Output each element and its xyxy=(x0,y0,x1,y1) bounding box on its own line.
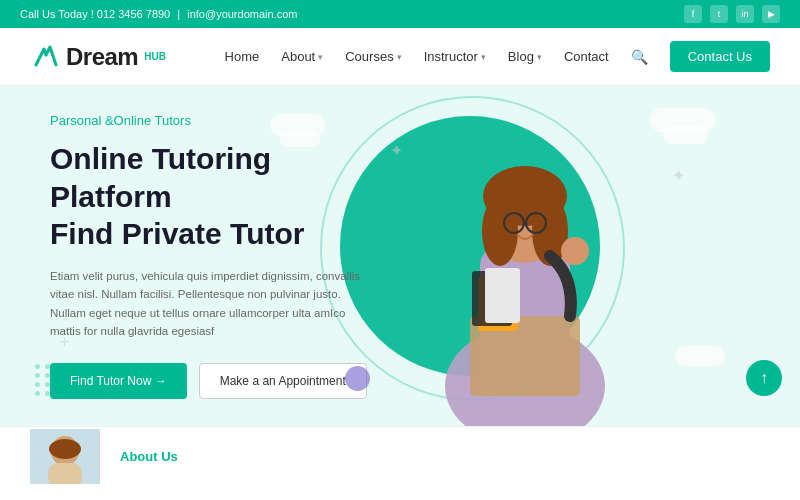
svg-rect-12 xyxy=(485,268,520,323)
hero-section: ✦ ✦ + Parsonal &Online Tutors Online Tut… xyxy=(0,86,800,426)
top-bar: Call Us Today ! 012 3456 7890 | info@you… xyxy=(0,0,800,28)
logo[interactable]: DreamHUB xyxy=(30,41,166,73)
deco-purple-dot xyxy=(345,366,370,391)
about-us-label[interactable]: About Us xyxy=(120,449,178,464)
nav-courses[interactable]: Courses ▾ xyxy=(345,49,401,64)
about-chevron-icon: ▾ xyxy=(318,52,323,62)
hero-buttons: Find Tutor Now → Make a an Appointment xyxy=(50,363,370,399)
hero-person-image xyxy=(410,116,640,426)
find-tutor-button[interactable]: Find Tutor Now → xyxy=(50,363,187,399)
svg-point-5 xyxy=(482,196,518,266)
twitter-icon[interactable]: t xyxy=(710,5,728,23)
bottom-section: About Us xyxy=(0,426,800,486)
social-links: f t in ▶ xyxy=(684,5,780,23)
logo-text: Dream xyxy=(66,43,138,71)
about-thumbnail xyxy=(30,429,100,484)
header: DreamHUB Home About ▾ Courses ▾ Instruct… xyxy=(0,28,800,86)
sparkle-3: + xyxy=(60,333,69,351)
youtube-icon[interactable]: ▶ xyxy=(762,5,780,23)
cloud-deco-4 xyxy=(663,126,708,144)
phone-text: Call Us Today ! 012 3456 7890 xyxy=(20,8,170,20)
svg-rect-17 xyxy=(48,463,82,484)
top-bar-contact: Call Us Today ! 012 3456 7890 | info@you… xyxy=(20,8,297,20)
email-text: info@yourdomain.com xyxy=(187,8,297,20)
nav-contact[interactable]: Contact xyxy=(564,49,609,64)
linkedin-icon[interactable]: in xyxy=(736,5,754,23)
logo-hub: HUB xyxy=(144,51,166,62)
svg-point-16 xyxy=(49,439,81,459)
logo-icon xyxy=(30,41,62,73)
search-icon[interactable]: 🔍 xyxy=(631,49,648,65)
cloud-deco-5 xyxy=(675,346,725,366)
appointment-button[interactable]: Make a an Appointment xyxy=(199,363,367,399)
contact-us-button[interactable]: Contact Us xyxy=(670,41,770,72)
hero-description: Etiam velit purus, vehicula quis imperdi… xyxy=(50,267,370,341)
hero-title: Online Tutoring Platform Find Private Tu… xyxy=(50,140,370,253)
hero-subtitle: Parsonal &Online Tutors xyxy=(50,113,370,128)
nav-about[interactable]: About ▾ xyxy=(281,49,323,64)
nav-blog[interactable]: Blog ▾ xyxy=(508,49,542,64)
nav-home[interactable]: Home xyxy=(225,49,260,64)
scroll-up-button[interactable]: ↑ xyxy=(746,360,782,396)
main-nav: Home About ▾ Courses ▾ Instructor ▾ Blog… xyxy=(225,41,770,72)
sparkle-2: ✦ xyxy=(672,166,685,185)
svg-point-13 xyxy=(561,237,589,265)
sparkle-1: ✦ xyxy=(390,141,403,160)
facebook-icon[interactable]: f xyxy=(684,5,702,23)
nav-instructor[interactable]: Instructor ▾ xyxy=(424,49,486,64)
blog-chevron-icon: ▾ xyxy=(537,52,542,62)
instructor-chevron-icon: ▾ xyxy=(481,52,486,62)
courses-chevron-icon: ▾ xyxy=(397,52,402,62)
separator: | xyxy=(174,8,183,20)
